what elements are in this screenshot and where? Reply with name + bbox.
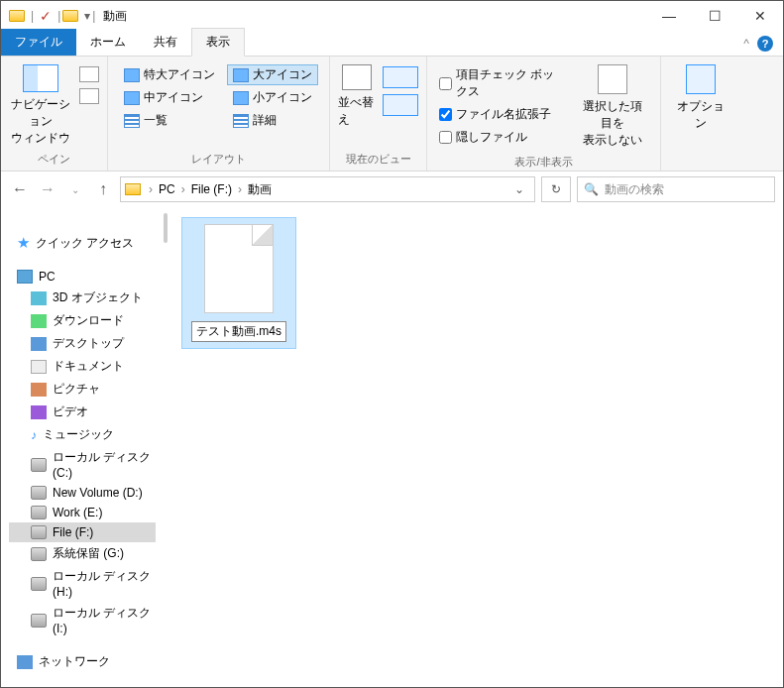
document-icon: [31, 360, 47, 374]
breadcrumb-pc[interactable]: PC: [155, 182, 179, 196]
file-name-label[interactable]: テスト動画.m4s: [191, 321, 286, 342]
tree-downloads[interactable]: ダウンロード: [9, 309, 156, 332]
tree-disk-h[interactable]: ローカル ディスク (H:): [9, 565, 156, 602]
tree-documents[interactable]: ドキュメント: [9, 355, 156, 378]
help-icon[interactable]: ?: [757, 36, 773, 52]
tree-disk-i[interactable]: ローカル ディスク (I:): [9, 602, 156, 638]
tree-disk-c[interactable]: ローカル ディスク (C:): [9, 446, 156, 483]
disk-icon: [31, 614, 47, 628]
search-input[interactable]: 🔍 動画の検索: [577, 176, 775, 202]
hide-selected-icon: [598, 64, 627, 94]
file-list[interactable]: テスト動画.m4s: [171, 207, 783, 687]
sort-button[interactable]: 並べ替え: [338, 60, 375, 128]
hidden-files-toggle[interactable]: 隠しファイル: [439, 129, 566, 146]
folder-icon: [9, 10, 25, 22]
size-columns-icon[interactable]: [383, 94, 418, 116]
pc-icon: [17, 270, 33, 284]
layout-extra-large[interactable]: 特大アイコン: [118, 64, 221, 85]
breadcrumb-drive[interactable]: File (F:): [187, 182, 236, 196]
disk-icon: [31, 577, 47, 591]
layout-details[interactable]: 詳細: [227, 110, 318, 131]
nav-pane-icon: [23, 64, 58, 92]
tree-disk-d[interactable]: New Volume (D:): [9, 483, 156, 503]
tree-disk-e[interactable]: Work (E:): [9, 503, 156, 522]
folder-icon: [62, 10, 78, 22]
tree-disk-g[interactable]: 系統保留 (G:): [9, 542, 156, 565]
tree-disk-f[interactable]: File (F:): [9, 522, 156, 542]
maximize-button[interactable]: ☐: [692, 1, 737, 31]
layout-medium[interactable]: 中アイコン: [118, 87, 221, 108]
3d-icon: [31, 291, 47, 305]
network-icon: [17, 655, 33, 669]
nav-back-button[interactable]: ←: [9, 180, 31, 198]
navigation-pane-button[interactable]: ナビゲーション ウィンドウ: [9, 60, 71, 147]
add-columns-icon[interactable]: [383, 66, 418, 88]
tree-desktop[interactable]: デスクトップ: [9, 332, 156, 355]
breadcrumb-folder[interactable]: 動画: [244, 181, 276, 198]
address-bar[interactable]: › PC › File (F:) › 動画 ⌄: [120, 176, 535, 202]
star-icon: ★: [17, 234, 30, 252]
pictures-icon: [31, 383, 47, 397]
tab-share[interactable]: 共有: [140, 29, 191, 56]
collapse-ribbon-icon[interactable]: ^: [743, 37, 749, 51]
file-item[interactable]: テスト動画.m4s: [181, 217, 296, 349]
tab-view[interactable]: 表示: [191, 28, 245, 57]
nav-forward-button[interactable]: →: [37, 180, 58, 198]
tree-3d-objects[interactable]: 3D オブジェクト: [9, 287, 156, 309]
music-icon: ♪: [31, 428, 37, 442]
close-button[interactable]: ✕: [737, 1, 783, 31]
video-icon: [31, 405, 47, 419]
tree-videos[interactable]: ビデオ: [9, 401, 156, 423]
download-icon: [31, 314, 47, 328]
layout-list[interactable]: 一覧: [118, 110, 221, 131]
minimize-button[interactable]: —: [646, 1, 692, 31]
layout-large[interactable]: 大アイコン: [227, 64, 318, 85]
filename-extensions-toggle[interactable]: ファイル名拡張子: [439, 106, 566, 123]
search-icon: 🔍: [584, 182, 599, 196]
tree-quick-access[interactable]: ★クイック アクセス: [9, 231, 156, 255]
tree-pictures[interactable]: ピクチャ: [9, 378, 156, 401]
disk-icon: [31, 506, 47, 519]
details-pane-icon[interactable]: [79, 88, 99, 104]
options-button[interactable]: オプション: [669, 60, 732, 136]
tree-music[interactable]: ♪ミュージック: [9, 423, 156, 446]
disk-icon: [31, 547, 47, 561]
hide-selected-button[interactable]: 選択した項目を 表示しない: [574, 60, 652, 153]
tab-home[interactable]: ホーム: [76, 29, 140, 56]
tree-pc[interactable]: PC: [9, 267, 156, 287]
tab-file[interactable]: ファイル: [1, 29, 76, 56]
desktop-icon: [31, 337, 47, 351]
nav-up-button[interactable]: ↑: [92, 180, 114, 198]
disk-icon: [31, 486, 47, 500]
disk-icon: [31, 458, 47, 472]
tree-network[interactable]: ネットワーク: [9, 650, 156, 673]
options-icon: [686, 64, 716, 94]
preview-pane-icon[interactable]: [79, 66, 99, 82]
disk-icon: [31, 525, 47, 539]
folder-icon: [125, 183, 141, 195]
address-dropdown-icon[interactable]: ⌄: [508, 182, 530, 196]
nav-recent-dropdown[interactable]: ⌄: [64, 184, 86, 195]
splitter[interactable]: [160, 207, 171, 687]
qat-dropdown[interactable]: ▾: [84, 9, 90, 23]
nav-tree[interactable]: ★クイック アクセス PC 3D オブジェクト ダウンロード デスクトップ ドキ…: [1, 207, 160, 687]
file-icon: [204, 224, 274, 313]
qat-checkmark-icon[interactable]: ✓: [40, 8, 52, 24]
item-checkboxes-toggle[interactable]: 項目チェック ボックス: [439, 66, 566, 100]
sort-icon: [342, 64, 372, 90]
refresh-button[interactable]: ↻: [541, 176, 571, 202]
layout-small[interactable]: 小アイコン: [227, 87, 318, 108]
window-title: 動画: [103, 8, 127, 25]
